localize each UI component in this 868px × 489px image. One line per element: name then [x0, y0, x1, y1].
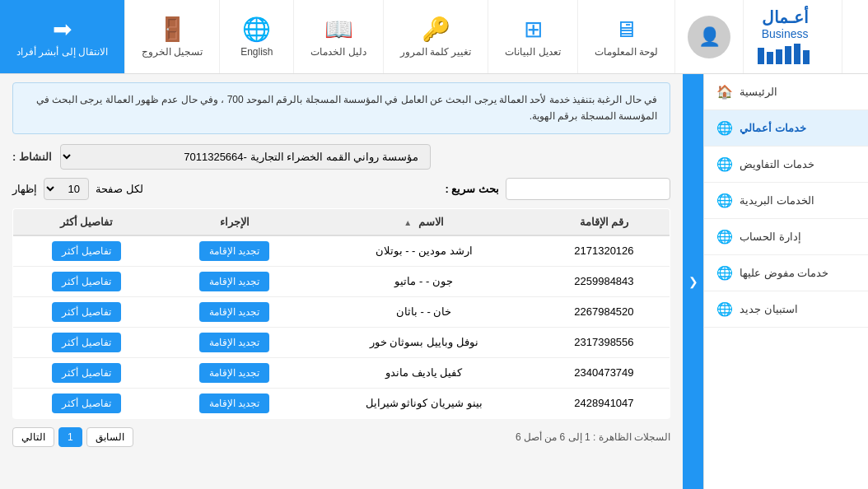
sidebar-home-label: الرئيسية	[740, 86, 777, 98]
nav-dashboard[interactable]: 🖥 لوحة المعلومات	[578, 0, 675, 73]
dashboard-label: لوحة المعلومات	[595, 46, 658, 58]
top-nav: ➡ الانتقال إلى أبشر أفراد 🚪 تسجيل الخروج…	[0, 0, 868, 74]
logo-bars	[756, 44, 814, 67]
logout-label: تسجيل الخروج	[142, 46, 203, 58]
name-header-label: الاسم	[418, 216, 444, 228]
pagination-row: السجلات الظاهرة : 1 إلى 6 من أصل 6 الساب…	[12, 427, 670, 447]
chevron-left-icon: ❮	[688, 275, 698, 288]
table-row: 2171320126ارشد مودين - - بوتلانتجديد الإ…	[13, 235, 670, 267]
nav-individuals-label: الانتقال إلى أبشر أفراد	[16, 46, 108, 58]
sidebar-item-postal[interactable]: الخدمات البريدية 🌐	[704, 183, 868, 219]
activity-label: النشاط :	[12, 151, 52, 163]
cell-action: تجديد الإقامة	[160, 357, 309, 388]
table-row: 2259984843جون - - ماتيوتجديد الإقامةتفاص…	[13, 266, 670, 296]
pagination-controls: السابق 1 التالي	[12, 427, 133, 447]
show-group: لكل صفحة 10 25 50 100 إظهار	[12, 178, 143, 200]
renew-button[interactable]: تجديد الإقامة	[199, 272, 269, 291]
sidebar-survey-label: استبيان جديد	[740, 303, 798, 315]
activity-select[interactable]: مؤسسة رواني القمه الخضراء التجارية -7011…	[60, 144, 431, 170]
cell-iqama: 2259984843	[539, 266, 670, 296]
col-action: الإجراء	[160, 208, 309, 235]
avatar: 👤	[688, 16, 730, 58]
survey-icon: 🌐	[716, 301, 733, 317]
col-name: الاسم ▲	[309, 208, 538, 235]
table-row: 2267984520خان - - باثانتجديد الإقامةتفاص…	[13, 296, 670, 327]
search-input[interactable]	[506, 178, 670, 200]
prev-button[interactable]: السابق	[86, 427, 133, 447]
cell-details: تفاصيل أكثر	[13, 296, 161, 327]
cell-action: تجديد الإقامة	[160, 266, 309, 296]
globe-icon: 🌐	[242, 16, 271, 43]
renew-button[interactable]: تجديد الإقامة	[199, 363, 269, 383]
nav-english[interactable]: 🌐 English	[220, 0, 294, 73]
avatar-icon: 👤	[698, 26, 721, 48]
controls-row: بحث سريع : لكل صفحة 10 25 50 100 إظهار	[12, 178, 670, 200]
services-icon: 🌐	[716, 120, 733, 136]
cell-action: تجديد الإقامة	[160, 327, 309, 357]
renew-button[interactable]: تجديد الإقامة	[199, 333, 269, 352]
nav-services-guide[interactable]: 📖 دليل الخدمات	[294, 0, 383, 73]
details-button[interactable]: تفاصيل أكثر	[52, 302, 120, 322]
svg-rect-3	[785, 46, 791, 64]
details-button[interactable]: تفاصيل أكثر	[52, 241, 120, 261]
renew-button[interactable]: تجديد الإقامة	[199, 394, 269, 413]
cell-name: بينو شيريان كوناثو شيرايل	[309, 388, 538, 418]
cell-iqama: 2171320126	[539, 235, 670, 267]
cell-iqama: 2428941047	[539, 388, 670, 418]
individuals-icon: ➡	[53, 16, 72, 43]
cell-action: تجديد الإقامة	[160, 296, 309, 327]
sort-icon: ▲	[404, 218, 412, 227]
details-button[interactable]: تفاصيل أكثر	[52, 272, 120, 291]
cell-iqama: 2317398556	[539, 327, 670, 357]
activity-row: مؤسسة رواني القمه الخضراء التجارية -7011…	[12, 144, 670, 170]
logo-business: Business	[756, 27, 814, 40]
svg-rect-4	[794, 44, 800, 64]
logout-icon: 🚪	[158, 16, 187, 43]
sidebar-item-account[interactable]: إدارة الحساب 🌐	[704, 219, 868, 255]
sidebar-myservices-label: خدمات أعمالي	[740, 122, 806, 134]
sidebar-item-negotiation[interactable]: خدمات التفاويض 🌐	[704, 147, 868, 183]
details-button[interactable]: تفاصيل أكثر	[52, 394, 120, 413]
renew-button[interactable]: تجديد الإقامة	[199, 302, 269, 322]
cell-name: خان - - باثان	[309, 296, 538, 327]
cell-details: تفاصيل أكثر	[13, 235, 161, 267]
table-header-row: رقم الإقامة الاسم ▲ الإجراء تفاصيل أكثر	[13, 208, 670, 235]
sidebar-item-delegated[interactable]: خدمات مفوض عليها 🌐	[704, 255, 868, 291]
grid-icon: ⊞	[524, 16, 543, 43]
sidebar-item-home[interactable]: الرئيسية 🏠	[704, 74, 868, 110]
table-row: 2428941047بينو شيريان كوناثو شيرايلتجديد…	[13, 388, 670, 418]
col-details: تفاصيل أكثر	[13, 208, 161, 235]
sidebar-negotiation-label: خدمات التفاويض	[740, 158, 814, 170]
table-row: 2317398556نوفل وباييل بسوثان خورتجديد ال…	[13, 327, 670, 357]
nav-data-edit[interactable]: ⊞ تعديل البيانات	[488, 0, 577, 73]
logo-area: أعـمال Business	[744, 0, 842, 73]
cell-name: جون - - ماتيو	[309, 266, 538, 296]
cell-name: ارشد مودين - - بوتلان	[309, 235, 538, 267]
data-table: رقم الإقامة الاسم ▲ الإجراء تفاصيل أكثر …	[12, 208, 670, 419]
sidebar-account-label: إدارة الحساب	[740, 231, 801, 243]
cell-name: كفيل ياديف ماندو	[309, 357, 538, 388]
details-button[interactable]: تفاصيل أكثر	[52, 333, 120, 352]
next-button[interactable]: التالي	[12, 427, 54, 447]
show-select[interactable]: 10 25 50 100	[44, 178, 89, 200]
monitor-icon: 🖥	[614, 16, 637, 43]
details-button[interactable]: تفاصيل أكثر	[52, 363, 120, 383]
renew-button[interactable]: تجديد الإقامة	[199, 241, 269, 261]
sidebar-item-my-services[interactable]: خدمات أعمالي 🌐	[704, 110, 868, 147]
services-guide-label: دليل الخدمات	[310, 46, 366, 58]
postal-icon: 🌐	[716, 193, 733, 208]
sidebar-item-survey[interactable]: استبيان جديد 🌐	[704, 291, 868, 328]
nav-change-password[interactable]: 🔑 تغيير كلمة المرور	[384, 0, 489, 73]
account-icon: 🌐	[716, 229, 733, 244]
info-text: في حال الرغبة بتنفيذ خدمة لأحد العمالة ي…	[36, 94, 657, 122]
change-password-label: تغيير كلمة المرور	[400, 46, 472, 58]
page-1-button[interactable]: 1	[58, 427, 82, 447]
svg-rect-0	[758, 48, 764, 64]
nav-go-individuals[interactable]: ➡ الانتقال إلى أبشر أفراد	[0, 0, 125, 73]
sidebar-toggle[interactable]: ❮	[683, 74, 703, 489]
avatar-area: 👤	[675, 0, 744, 73]
svg-rect-5	[803, 50, 810, 64]
nav-logout[interactable]: 🚪 تسجيل الخروج	[125, 0, 220, 73]
svg-rect-2	[776, 49, 782, 64]
book-icon: 📖	[324, 16, 353, 43]
